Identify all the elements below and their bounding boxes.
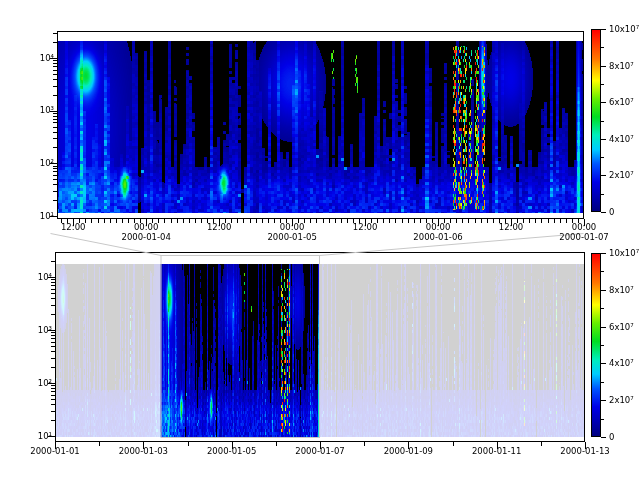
y-tick-label: 10³: [22, 325, 52, 335]
colorbar-tick-label: 8x10⁷: [609, 285, 640, 295]
colorbar-tick-label: 4x10⁷: [609, 358, 640, 368]
colorbar-tick-label: 8x10⁷: [609, 61, 640, 71]
detail-x-tick-label: 00:00: [267, 222, 317, 232]
zoom-region-box[interactable]: [161, 256, 319, 438]
colorbar-tick-label: 0: [609, 432, 640, 442]
colorbar-tick-label: 6x10⁷: [609, 97, 640, 107]
colorbar-overview: [591, 253, 601, 437]
spectrogram-figure: 12:0000:002000-01-0412:0000:002000-01-05…: [0, 0, 640, 480]
detail-x-tick-date: 2000-01-06: [408, 232, 468, 242]
detail-x-tick-date: 2000-01-05: [262, 232, 322, 242]
y-tick-label: 10⁴: [24, 53, 54, 63]
detail-x-tick-label: 00:00: [121, 222, 171, 232]
overview-x-tick-label: 2000-01-07: [290, 446, 350, 456]
y-tick-label: 10⁴: [22, 272, 52, 282]
detail-x-tick-label: 00:00: [413, 222, 463, 232]
detail-x-tick-label: 12:00: [340, 222, 390, 232]
y-tick-label: 10¹: [22, 431, 52, 441]
overview-x-tick-label: 2000-01-09: [378, 446, 438, 456]
detail-x-tick-label: 12:00: [194, 222, 244, 232]
colorbar-tick-label: 6x10⁷: [609, 322, 640, 332]
colorbar-tick-label: 4x10⁷: [609, 134, 640, 144]
detail-spectrogram-canvas[interactable]: [58, 41, 583, 213]
y-tick-label: 10¹: [24, 211, 54, 221]
overview-x-tick-label: 2000-01-05: [202, 446, 262, 456]
detail-x-tick-date: 2000-01-04: [116, 232, 176, 242]
colorbar-detail: [591, 29, 601, 212]
y-tick-label: 10²: [24, 158, 54, 168]
colorbar-tick-label: 10x10⁷: [609, 24, 640, 34]
overview-x-tick-label: 2000-01-03: [113, 446, 173, 456]
detail-x-tick-label: 00:00: [559, 222, 609, 232]
colorbar-tick-label: 2x10⁷: [609, 395, 640, 405]
colorbar-tick-label: 2x10⁷: [609, 170, 640, 180]
detail-x-tick-date: 2000-01-07: [554, 232, 614, 242]
overview-x-tick-label: 2000-01-01: [25, 446, 85, 456]
colorbar-tick-label: 10x10⁷: [609, 248, 640, 258]
y-tick-label: 10²: [22, 378, 52, 388]
overview-x-tick-label: 2000-01-11: [467, 446, 527, 456]
detail-x-tick-label: 12:00: [486, 222, 536, 232]
y-tick-label: 10³: [24, 105, 54, 115]
detail-x-tick-label: 12:00: [48, 222, 98, 232]
overview-x-tick-label: 2000-01-13: [555, 446, 615, 456]
colorbar-tick-label: 0: [609, 207, 640, 217]
